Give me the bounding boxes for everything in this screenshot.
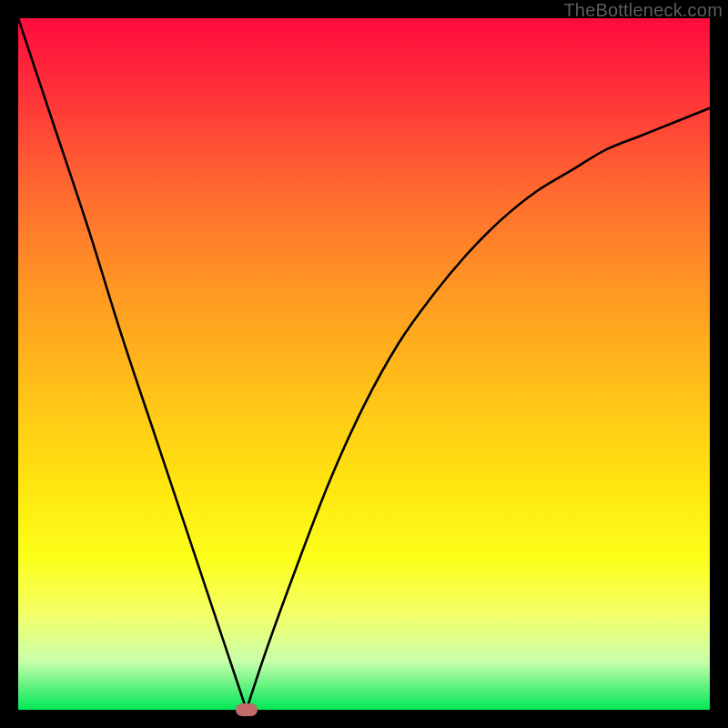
chart-frame: TheBottleneck.com [0, 0, 728, 728]
watermark-text: TheBottleneck.com [563, 0, 723, 21]
curve-right-branch [247, 108, 710, 710]
curve-left-branch [18, 18, 247, 710]
minimum-marker [236, 703, 258, 716]
bottleneck-curve [18, 18, 710, 710]
